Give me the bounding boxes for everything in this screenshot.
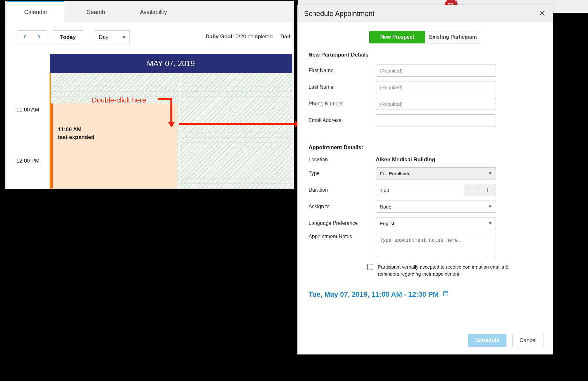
calendar-body: Today Day Daily Goal: 0/20 completed Dai… bbox=[7, 22, 292, 189]
tab-calendar[interactable]: Calendar bbox=[7, 2, 65, 22]
appointment-details-title: Appointment Details: bbox=[309, 144, 542, 151]
cancel-button[interactable]: Cancel bbox=[512, 334, 544, 347]
type-label: Type bbox=[309, 171, 376, 176]
appointment-datetime: Tue, May 07, 2019, 11:00 AM - 12:30 PM bbox=[309, 290, 439, 299]
assign-to-value: None bbox=[380, 204, 391, 210]
time-gutter: 11:00 AM 12:00 PM bbox=[16, 107, 40, 183]
consent-text: Participant verbally accepted to receive… bbox=[378, 263, 512, 278]
plus-icon: + bbox=[486, 186, 490, 194]
annotation-arrow-right-icon bbox=[179, 123, 296, 125]
participant-details-title: New Participant Details bbox=[309, 52, 542, 58]
phone-label: Phone Number bbox=[309, 101, 376, 107]
caret-down-icon bbox=[122, 36, 126, 39]
view-mode-select[interactable]: Day bbox=[95, 30, 130, 44]
calendar-icon[interactable] bbox=[443, 290, 449, 299]
caret-down-icon bbox=[489, 222, 492, 225]
tab-strip: Calendar Search Availability bbox=[5, 1, 184, 23]
tab-search[interactable]: Search bbox=[69, 2, 123, 22]
duration-label: Duration bbox=[309, 187, 376, 193]
view-mode-label: Day bbox=[99, 34, 108, 41]
chevron-left-icon bbox=[23, 33, 27, 42]
duration-input[interactable] bbox=[376, 184, 464, 196]
today-button[interactable]: Today bbox=[53, 30, 83, 44]
prev-day-button[interactable] bbox=[18, 30, 32, 44]
location-value: Aiken Medical Building bbox=[376, 156, 542, 163]
tab-existing-participant[interactable]: Existing Participant bbox=[425, 31, 481, 43]
assign-to-label: Assign to bbox=[309, 204, 376, 210]
location-label: Location bbox=[309, 157, 376, 163]
minus-icon: − bbox=[470, 186, 474, 194]
participant-type-toggle: New Prospect Existing Participant bbox=[298, 31, 553, 43]
caret-down-icon bbox=[489, 206, 492, 208]
consent-checkbox[interactable] bbox=[367, 264, 373, 270]
close-button[interactable] bbox=[538, 8, 546, 19]
type-select[interactable]: Full Enrollment bbox=[376, 167, 496, 179]
time-label: 11:00 AM bbox=[16, 107, 40, 132]
annotation-text: Double-click here bbox=[92, 96, 146, 104]
language-label: Language Preference bbox=[309, 220, 376, 226]
modal-title: Schedule Appointment bbox=[304, 10, 374, 18]
language-value: English bbox=[380, 221, 396, 226]
tab-availability[interactable]: Availability bbox=[123, 2, 184, 22]
close-icon bbox=[539, 10, 545, 18]
phone-input[interactable] bbox=[376, 98, 496, 110]
time-label: 12:00 PM bbox=[16, 158, 40, 183]
notes-textarea[interactable] bbox=[376, 234, 496, 258]
last-name-label: Last Name bbox=[309, 84, 376, 90]
calendar-event[interactable]: 11:00 AM test expanded bbox=[51, 103, 177, 188]
daily-goal-text: Daily Goal: 0/20 completed bbox=[206, 34, 273, 40]
daily-goal-cutoff: Dail bbox=[280, 34, 290, 40]
assign-to-select[interactable]: None bbox=[376, 201, 496, 213]
annotation-arrow-down-icon bbox=[170, 98, 172, 124]
event-title: test expanded bbox=[58, 133, 172, 141]
tab-new-prospect[interactable]: New Prospect bbox=[369, 31, 425, 43]
schedule-appointment-modal: Schedule Appointment New Prospect Existi… bbox=[297, 5, 553, 354]
duration-decrease-button[interactable]: − bbox=[464, 184, 480, 196]
notes-label: Appointment Notes bbox=[309, 234, 376, 240]
next-day-button[interactable] bbox=[32, 30, 46, 44]
first-name-input[interactable] bbox=[376, 65, 496, 77]
chevron-right-icon bbox=[37, 33, 41, 42]
calendar-date-header: MAY 07, 2019 bbox=[50, 54, 292, 73]
caret-down-icon bbox=[489, 172, 492, 175]
type-value: Full Enrollment bbox=[380, 171, 412, 176]
schedule-button[interactable]: Schedule bbox=[468, 334, 506, 347]
email-label: Email Address bbox=[309, 118, 376, 123]
calendar-card: Calendar Search Availability Today bbox=[5, 1, 294, 189]
event-time: 11:00 AM bbox=[58, 126, 172, 133]
calendar-column-divider bbox=[179, 73, 180, 189]
email-input[interactable] bbox=[376, 114, 496, 126]
first-name-label: First Name bbox=[309, 68, 376, 73]
language-select[interactable]: English bbox=[376, 217, 496, 229]
duration-increase-button[interactable]: + bbox=[480, 184, 496, 196]
modal-header: Schedule Appointment bbox=[298, 5, 553, 22]
last-name-input[interactable] bbox=[376, 81, 496, 93]
